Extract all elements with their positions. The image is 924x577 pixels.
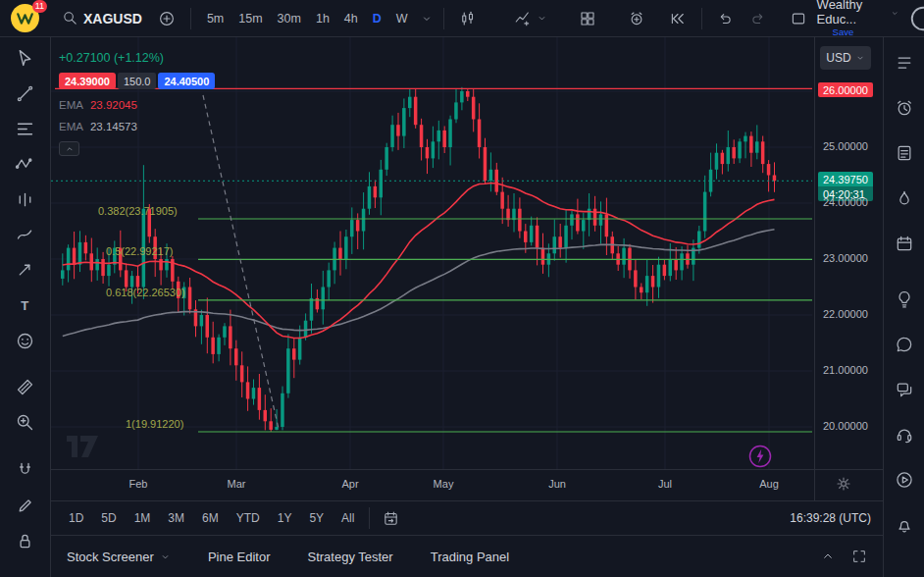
pattern-tool-button[interactable] bbox=[9, 151, 42, 177]
emoji-tool-button[interactable] bbox=[9, 328, 42, 353]
support-button[interactable] bbox=[890, 421, 919, 448]
divider bbox=[701, 8, 702, 29]
notifications-button[interactable] bbox=[890, 511, 919, 539]
tab-stock-screener[interactable]: Stock Screener bbox=[67, 550, 171, 564]
range-1y[interactable]: 1Y bbox=[270, 508, 300, 528]
range-5d[interactable]: 5D bbox=[93, 508, 124, 528]
news-button[interactable] bbox=[890, 139, 919, 167]
timeframe-menu-button[interactable] bbox=[419, 9, 435, 28]
cursor-tool-button[interactable] bbox=[9, 45, 42, 71]
tab-trading-panel[interactable]: Trading Panel bbox=[431, 550, 509, 564]
range-1m[interactable]: 1M bbox=[127, 508, 159, 528]
compare-add-symbol-button[interactable] bbox=[152, 6, 181, 31]
footer-actions bbox=[820, 549, 867, 564]
play-circle-icon bbox=[895, 470, 914, 490]
drawing-mode-button[interactable] bbox=[9, 493, 42, 518]
multichart-layout-button[interactable] bbox=[573, 6, 602, 31]
candles-icon bbox=[459, 10, 477, 27]
bar-replay-button[interactable] bbox=[663, 6, 693, 31]
watchlist-button[interactable] bbox=[890, 49, 919, 77]
price-change-label: +0.27100 (+1.12%) bbox=[59, 51, 215, 65]
chart-style-button[interactable] bbox=[453, 6, 483, 31]
chat-button[interactable] bbox=[890, 331, 919, 358]
create-alert-button[interactable] bbox=[622, 6, 651, 31]
fib-retracement-tool-button[interactable] bbox=[9, 116, 42, 141]
text-tool-button[interactable]: T bbox=[9, 292, 42, 318]
ideas-button[interactable] bbox=[890, 286, 919, 313]
trend-line-tool-button[interactable] bbox=[9, 80, 42, 106]
spread-label: 150.0 bbox=[118, 73, 157, 89]
cursor-icon bbox=[15, 48, 35, 69]
brush-icon bbox=[15, 225, 35, 245]
redo-button[interactable] bbox=[744, 6, 772, 30]
time-axis[interactable]: FebMarAprMayJunJulAug bbox=[51, 469, 883, 500]
lock-icon bbox=[15, 531, 35, 551]
legend-collapse-button[interactable] bbox=[59, 141, 79, 156]
price-axis[interactable]: 26.00000 24.39750 04:20:31 25.0000024.00… bbox=[814, 37, 883, 500]
magnet-mode-button[interactable] bbox=[9, 457, 42, 483]
timeframe-15m[interactable]: 15m bbox=[231, 8, 269, 29]
symbol-name: XAGUSD bbox=[83, 11, 142, 26]
alert-price-badge[interactable]: 26.00000 bbox=[818, 82, 873, 97]
timeframe-4h[interactable]: 4h bbox=[337, 8, 365, 29]
brush-tool-button[interactable] bbox=[9, 222, 42, 247]
indicator-row[interactable]: EMA 23.14573 bbox=[59, 121, 215, 132]
tab-pine-editor[interactable]: Pine Editor bbox=[208, 550, 271, 564]
time-axis-label: Jul bbox=[650, 478, 680, 490]
tutorials-button[interactable] bbox=[890, 466, 919, 494]
utc-clock[interactable]: 16:39:28 (UTC) bbox=[790, 511, 873, 525]
range-6m[interactable]: 6M bbox=[194, 508, 227, 528]
zoom-in-tool-button[interactable] bbox=[9, 409, 42, 435]
prediction-icon bbox=[15, 189, 35, 210]
account-menu-button[interactable] bbox=[908, 4, 924, 33]
layout-name-menu[interactable]: Wealthy Educ... Save bbox=[817, 0, 898, 38]
alert-clock-icon bbox=[628, 10, 645, 27]
conversations-button[interactable] bbox=[890, 376, 919, 403]
panel-open-button[interactable] bbox=[820, 549, 836, 564]
range-3m[interactable]: 3M bbox=[160, 508, 192, 528]
time-axis-label: Aug bbox=[754, 478, 784, 490]
alarm-clock-icon bbox=[895, 98, 914, 118]
range-all[interactable]: All bbox=[334, 508, 362, 528]
lock-drawings-button[interactable] bbox=[9, 528, 42, 553]
smiley-icon bbox=[15, 331, 35, 351]
undo-button[interactable] bbox=[711, 6, 740, 30]
go-to-date-button[interactable] bbox=[377, 506, 405, 531]
chart-area[interactable]: 0.382(23.71905)0.5(22.99217)0.618(22.265… bbox=[51, 37, 883, 500]
grid-layout-icon bbox=[579, 10, 596, 27]
chevron-down-icon bbox=[421, 13, 433, 25]
timeframe-D[interactable]: D bbox=[366, 8, 388, 29]
calendar-button[interactable] bbox=[890, 230, 919, 257]
broker-logo[interactable]: 11 bbox=[10, 3, 40, 33]
alerts-button[interactable] bbox=[890, 94, 919, 122]
news-icon bbox=[895, 143, 914, 163]
prediction-tool-button[interactable] bbox=[9, 186, 42, 212]
tab-strategy-tester[interactable]: Strategy Tester bbox=[307, 550, 392, 564]
tab-label: Stock Screener bbox=[67, 550, 154, 564]
tradingview-app: 11 XAGUSD 5m15m30m1h4hDW bbox=[0, 0, 924, 577]
buy-button[interactable]: 24.40500 bbox=[158, 73, 215, 89]
range-group: 1D5D1M3M6MYTD1Y5YAll bbox=[61, 508, 362, 528]
time-axis-label: Mar bbox=[222, 478, 251, 490]
divider bbox=[443, 8, 444, 29]
maximize-panel-button[interactable] bbox=[851, 549, 867, 564]
text-icon: T bbox=[15, 295, 35, 316]
quick-alert-button[interactable] bbox=[748, 445, 772, 468]
range-1d[interactable]: 1D bbox=[61, 508, 91, 528]
range-5y[interactable]: 5Y bbox=[301, 508, 332, 528]
range-ytd[interactable]: YTD bbox=[229, 508, 268, 528]
measure-tool-button[interactable] bbox=[9, 374, 42, 399]
save-layout-button[interactable] bbox=[784, 6, 813, 31]
timeframe-W[interactable]: W bbox=[389, 8, 415, 29]
timeframe-30m[interactable]: 30m bbox=[271, 8, 308, 29]
footer-tabs: Stock ScreenerPine EditorStrategy Tester… bbox=[67, 550, 509, 564]
arrow-tool-button[interactable] bbox=[9, 257, 42, 283]
timeframe-5m[interactable]: 5m bbox=[200, 8, 231, 29]
ema-line bbox=[63, 230, 775, 337]
symbol-search-button[interactable]: XAGUSD bbox=[56, 6, 148, 30]
hotlists-button[interactable] bbox=[890, 184, 919, 212]
sell-button[interactable]: 24.39000 bbox=[59, 73, 116, 89]
timeframe-1h[interactable]: 1h bbox=[309, 8, 336, 29]
indicator-row[interactable]: EMA 23.92045 bbox=[59, 99, 215, 111]
indicators-button[interactable] bbox=[508, 6, 553, 31]
